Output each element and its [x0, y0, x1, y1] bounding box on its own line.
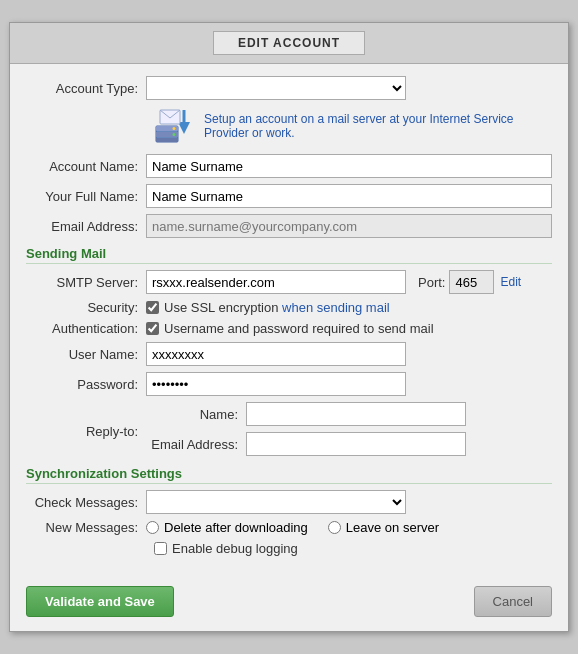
authentication-label: Authentication:	[26, 321, 146, 336]
authentication-row: Authentication: Username and password re…	[26, 321, 552, 336]
reply-email-row: Email Address:	[146, 432, 466, 456]
port-input[interactable]	[449, 270, 494, 294]
password-label: Password:	[26, 377, 146, 392]
debug-logging-checkbox[interactable]	[154, 542, 167, 555]
sending-mail-section-header: Sending Mail	[26, 246, 552, 264]
leave-radio-label: Leave on server	[346, 520, 439, 535]
reply-name-label: Name:	[146, 407, 246, 422]
svg-point-2	[173, 127, 176, 130]
security-checkbox[interactable]	[146, 301, 159, 314]
check-messages-select[interactable]: Every 5 minutes Every 10 minutes Every 3…	[146, 490, 406, 514]
reply-to-fields: Name: Email Address:	[146, 402, 466, 456]
smtp-server-input[interactable]	[146, 270, 406, 294]
password-input[interactable]	[146, 372, 406, 396]
reply-name-input[interactable]	[246, 402, 466, 426]
delete-radio-label: Delete after downloading	[164, 520, 308, 535]
dialog-title: EDIT ACCOUNT	[213, 31, 365, 55]
delete-radio[interactable]	[146, 521, 159, 534]
title-bar: EDIT ACCOUNT	[10, 23, 568, 64]
authentication-text: Username and password required to send m…	[164, 321, 434, 336]
new-messages-radio-group: Delete after downloading Leave on server	[146, 520, 439, 535]
icon-description-text: Setup an account on a mail server at you…	[204, 112, 552, 140]
account-type-row: Account Type: POP3 IMAP SMTP	[26, 76, 552, 100]
mail-server-icon	[154, 108, 194, 144]
authentication-checkbox[interactable]	[146, 322, 159, 335]
reply-to-row: Reply-to: Name: Email Address:	[26, 402, 552, 456]
account-name-row: Account Name:	[26, 154, 552, 178]
smtp-server-label: SMTP Server:	[26, 275, 146, 290]
full-name-row: Your Full Name:	[26, 184, 552, 208]
validate-save-button[interactable]: Validate and Save	[26, 586, 174, 617]
security-label: Security:	[26, 300, 146, 315]
username-label: User Name:	[26, 347, 146, 362]
reply-email-label: Email Address:	[146, 437, 246, 452]
full-name-input[interactable]	[146, 184, 552, 208]
account-type-select[interactable]: POP3 IMAP SMTP	[146, 76, 406, 100]
debug-logging-label: Enable debug logging	[172, 541, 298, 556]
reply-to-label: Reply-to:	[26, 420, 146, 439]
port-group: Port: Edit	[418, 270, 521, 294]
account-type-label: Account Type:	[26, 81, 146, 96]
new-messages-row: New Messages: Delete after downloading L…	[26, 520, 552, 535]
email-address-row: Email Address:	[26, 214, 552, 238]
security-text: Use SSL encryption when sending mail	[164, 300, 390, 315]
username-input[interactable]	[146, 342, 406, 366]
reply-name-row: Name:	[146, 402, 466, 426]
reply-email-input[interactable]	[246, 432, 466, 456]
edit-account-dialog: EDIT ACCOUNT Account Type: POP3 IMAP SMT…	[9, 22, 569, 632]
account-name-label: Account Name:	[26, 159, 146, 174]
sync-section-header: Synchronization Settings	[26, 466, 552, 484]
smtp-server-row: SMTP Server: Port: Edit	[26, 270, 552, 294]
email-address-input[interactable]	[146, 214, 552, 238]
new-messages-label: New Messages:	[26, 520, 146, 535]
port-edit-link[interactable]: Edit	[500, 275, 521, 289]
check-messages-row: Check Messages: Every 5 minutes Every 10…	[26, 490, 552, 514]
username-row: User Name:	[26, 342, 552, 366]
full-name-label: Your Full Name:	[26, 189, 146, 204]
cancel-button[interactable]: Cancel	[474, 586, 552, 617]
svg-rect-5	[156, 138, 178, 142]
delete-after-downloading-option: Delete after downloading	[146, 520, 308, 535]
port-label: Port:	[418, 275, 445, 290]
leave-radio[interactable]	[328, 521, 341, 534]
leave-on-server-option: Leave on server	[328, 520, 439, 535]
check-messages-label: Check Messages:	[26, 495, 146, 510]
email-address-label: Email Address:	[26, 219, 146, 234]
svg-point-4	[173, 133, 176, 136]
icon-description-row: Setup an account on a mail server at you…	[154, 108, 552, 144]
password-row: Password:	[26, 372, 552, 396]
footer: Validate and Save Cancel	[10, 576, 568, 631]
account-name-input[interactable]	[146, 154, 552, 178]
debug-logging-row: Enable debug logging	[154, 541, 552, 556]
security-row: Security: Use SSL encryption when sendin…	[26, 300, 552, 315]
